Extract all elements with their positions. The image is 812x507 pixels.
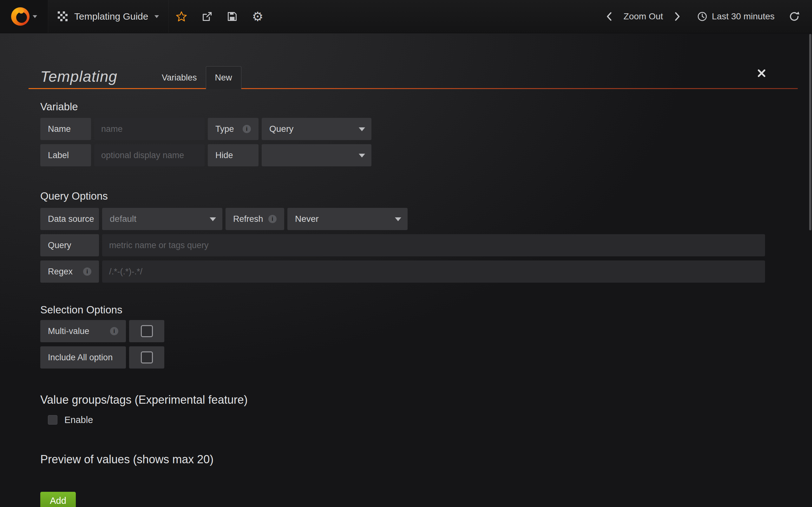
share-button[interactable] — [194, 0, 219, 33]
top-navbar: Templating Guide ⚙ — [0, 0, 812, 33]
scrollbar-thumb[interactable] — [809, 34, 811, 230]
value-groups-heading: Value groups/tags (Experimental feature) — [40, 393, 765, 406]
variable-label-row: Label Hide — [40, 144, 765, 166]
include-all-row: Include All option — [40, 346, 765, 369]
variable-name-input[interactable] — [94, 118, 205, 140]
refresh-select[interactable]: Never — [287, 208, 408, 230]
chevron-down-icon — [33, 15, 37, 18]
query-row: Query — [40, 234, 765, 257]
hide-select[interactable] — [262, 144, 371, 166]
dashboard-title-button[interactable]: Templating Guide — [48, 0, 169, 33]
chevron-down-icon — [210, 217, 216, 221]
enable-label: Enable — [64, 415, 93, 425]
name-label: Name — [40, 118, 91, 140]
checkbox-unchecked-icon — [141, 325, 153, 337]
time-range-label: Last 30 minutes — [712, 11, 774, 21]
include-all-checkbox[interactable] — [129, 346, 164, 369]
type-label-text: Type — [215, 124, 234, 134]
star-button[interactable] — [169, 0, 194, 33]
include-all-label: Include All option — [40, 346, 126, 369]
chevron-down-icon — [359, 154, 365, 158]
star-icon — [176, 11, 187, 22]
save-icon — [227, 11, 238, 22]
regex-label: Regex i — [40, 261, 99, 283]
variable-section-heading: Variable — [40, 101, 765, 113]
data-source-label: Data source — [40, 208, 99, 230]
data-source-select-value: default — [110, 214, 136, 224]
save-button[interactable] — [219, 0, 245, 33]
enable-row: Enable — [48, 413, 765, 427]
refresh-label-text: Refresh — [233, 214, 263, 224]
regex-label-text: Regex — [48, 267, 72, 277]
tabs: Variables New — [153, 60, 241, 89]
multi-value-label: Multi-value i — [40, 320, 126, 342]
time-range-button[interactable]: Last 30 minutes — [689, 0, 783, 33]
data-source-select[interactable]: default — [102, 208, 222, 230]
templating-header: Templating Variables New — [29, 60, 798, 89]
preview-heading: Preview of values (shows max 20) — [40, 453, 765, 466]
grafana-menu-button[interactable] — [0, 0, 48, 33]
datasource-row: Data source default Refresh i Never — [40, 208, 765, 230]
info-icon[interactable]: i — [243, 125, 251, 133]
hide-label: Hide — [208, 144, 258, 166]
info-icon[interactable]: i — [110, 327, 118, 335]
multi-value-row: Multi-value i — [40, 320, 765, 342]
type-select[interactable]: Query — [262, 118, 371, 140]
close-icon[interactable] — [757, 69, 766, 78]
zoom-out-label: Zoom Out — [623, 11, 663, 21]
time-shift-back-button[interactable] — [598, 0, 620, 33]
templating-editor: Templating Variables New Variable Name T… — [0, 60, 812, 507]
info-icon[interactable]: i — [83, 268, 91, 276]
refresh-icon — [789, 11, 800, 22]
zoom-out-button[interactable]: Zoom Out — [620, 0, 666, 33]
clock-icon — [697, 11, 707, 21]
tab-new[interactable]: New — [206, 66, 241, 89]
dashboard-grid-icon — [58, 11, 68, 21]
regex-input[interactable] — [102, 261, 765, 283]
refresh-button[interactable] — [783, 0, 806, 33]
page-title: Templating — [40, 68, 117, 85]
refresh-select-value: Never — [295, 214, 319, 224]
type-select-value: Query — [269, 124, 293, 134]
enable-checkbox[interactable] — [48, 415, 57, 425]
share-icon — [201, 11, 212, 22]
settings-button[interactable]: ⚙ — [245, 0, 270, 33]
chevron-down-icon — [395, 217, 401, 221]
selection-options-heading: Selection Options — [40, 304, 765, 316]
label-label: Label — [40, 144, 91, 166]
regex-row: Regex i — [40, 261, 765, 283]
chevron-left-icon — [605, 12, 613, 21]
query-options-heading: Query Options — [40, 190, 765, 202]
type-label: Type i — [208, 118, 258, 140]
chevron-right-icon — [674, 12, 681, 21]
info-icon[interactable]: i — [268, 215, 276, 223]
chevron-down-icon — [359, 127, 365, 131]
variable-name-row: Name Type i Query — [40, 118, 765, 140]
chevron-down-icon — [154, 15, 159, 18]
multi-value-checkbox[interactable] — [129, 320, 164, 342]
multi-value-label-text: Multi-value — [48, 326, 90, 336]
gear-icon: ⚙ — [252, 10, 264, 23]
refresh-label: Refresh i — [225, 208, 284, 230]
tab-variables[interactable]: Variables — [153, 66, 206, 89]
query-input[interactable] — [102, 234, 765, 257]
grafana-logo-icon — [11, 7, 30, 26]
query-label: Query — [40, 234, 99, 257]
add-button[interactable]: Add — [40, 492, 76, 507]
variable-label-input[interactable] — [94, 144, 205, 166]
dashboard-title: Templating Guide — [74, 11, 148, 22]
checkbox-unchecked-icon — [141, 351, 153, 363]
time-shift-forward-button[interactable] — [666, 0, 689, 33]
